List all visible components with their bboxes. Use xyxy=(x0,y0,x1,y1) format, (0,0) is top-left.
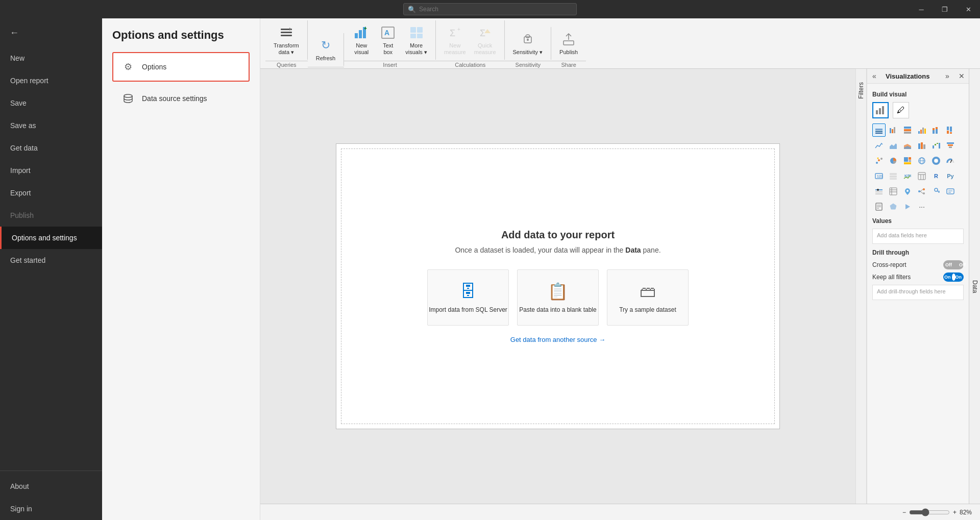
values-drop-area[interactable]: Add data fields here xyxy=(872,229,964,244)
sidebar-item-save[interactable]: Save xyxy=(0,92,102,114)
sidebar-item-open-report[interactable]: Open report xyxy=(0,69,102,92)
panel-close-button[interactable]: ✕ xyxy=(954,69,969,83)
viz-icon-decomposition-tree[interactable] xyxy=(915,185,928,198)
viz-icon-scatter[interactable] xyxy=(872,154,886,167)
sidebar-item-sign-in[interactable]: Sign in xyxy=(0,498,102,520)
viz-icon-funnel[interactable] xyxy=(944,139,957,152)
viz-icon-table[interactable] xyxy=(915,169,928,183)
keep-all-filters-toggle[interactable]: On xyxy=(943,273,964,282)
viz-icon-key-influencers[interactable] xyxy=(929,185,943,198)
viz-icon-stacked-bar-100[interactable] xyxy=(901,123,914,137)
new-visual-icon: + xyxy=(353,24,370,41)
build-visual-chart-button[interactable] xyxy=(872,102,889,118)
sensitivity-button[interactable]: Sensitivity ▾ xyxy=(510,29,546,58)
filters-tab[interactable]: Filters xyxy=(855,79,867,102)
restore-button[interactable]: ❐ xyxy=(933,0,957,18)
viz-icon-pie[interactable] xyxy=(887,154,900,167)
insert-group-label: Insert xyxy=(344,61,436,68)
viz-icon-map[interactable] xyxy=(915,154,928,167)
viz-icon-clustered-column[interactable] xyxy=(915,123,928,137)
svg-rect-13 xyxy=(410,34,416,38)
svg-rect-27 xyxy=(875,131,883,132)
viz-icon-azure-map[interactable] xyxy=(901,185,914,198)
zoom-slider[interactable] xyxy=(909,508,950,516)
back-button[interactable]: ← xyxy=(4,22,24,43)
viz-icon-card[interactable]: 123 xyxy=(872,169,886,183)
sidebar-item-import[interactable]: Import xyxy=(0,159,102,182)
sidebar-item-about[interactable]: About xyxy=(0,475,102,498)
search-input[interactable] xyxy=(419,6,572,13)
panel-body: Build visual 🖊 xyxy=(867,84,969,504)
ribbon: Transformdata ▾ Queries ↻ Re xyxy=(260,18,980,69)
viz-icon-slicer[interactable] xyxy=(872,185,886,198)
transform-data-button[interactable]: Transformdata ▾ xyxy=(271,22,302,58)
zoom-minus-icon[interactable]: − xyxy=(902,509,906,516)
viz-icon-line[interactable] xyxy=(872,139,886,152)
sidebar-item-save-as[interactable]: Save as xyxy=(0,114,102,137)
viz-icon-kpi[interactable]: KPI xyxy=(901,169,914,183)
data-tab[interactable]: Data xyxy=(969,69,980,504)
viz-icon-multirow-card[interactable] xyxy=(887,169,900,183)
viz-icon-clustered-bar[interactable] xyxy=(887,123,900,137)
viz-icon-waterfall[interactable] xyxy=(929,139,943,152)
build-visual-format-button[interactable]: 🖊 xyxy=(893,102,909,118)
viz-icon-treemap[interactable] xyxy=(901,154,914,167)
sidebar-item-options-and-settings[interactable]: Options and settings xyxy=(0,227,102,249)
svg-rect-2 xyxy=(281,32,292,33)
quick-measure-icon: Σ xyxy=(477,24,493,41)
svg-rect-59 xyxy=(949,146,952,148)
viz-icon-play-axis[interactable] xyxy=(901,200,914,213)
cross-report-toggle[interactable]: Off xyxy=(943,260,964,269)
text-box-button[interactable]: A Textbox xyxy=(376,22,400,58)
refresh-button[interactable]: ↻ Refresh xyxy=(313,35,339,64)
svg-rect-34 xyxy=(904,132,911,134)
viz-icon-matrix[interactable] xyxy=(887,185,900,198)
search-bar[interactable]: 🔍 xyxy=(403,3,577,15)
viz-icon-smart-narrative[interactable] xyxy=(944,185,957,198)
share-group-label: Share xyxy=(551,61,586,68)
svg-marker-110 xyxy=(905,204,910,209)
drill-through-drop-area[interactable]: Add drill-through fields here xyxy=(872,285,964,300)
viz-icon-line-stacked-area[interactable] xyxy=(901,139,914,152)
sidebar-item-new[interactable]: New xyxy=(0,47,102,69)
close-button[interactable]: ✕ xyxy=(957,0,980,18)
svg-rect-31 xyxy=(894,127,895,133)
viz-icon-more[interactable]: ··· xyxy=(915,200,928,213)
viz-icon-ribbon[interactable] xyxy=(915,139,928,152)
minimize-button[interactable]: ─ xyxy=(910,0,933,18)
svg-rect-14 xyxy=(417,34,423,38)
viz-row-4: 123 KPI R Py xyxy=(872,169,964,183)
keep-all-filters-row: Keep all filters On xyxy=(872,273,964,282)
sidebar-item-get-started[interactable]: Get started xyxy=(0,249,102,271)
viz-icon-shape-map[interactable] xyxy=(887,200,900,213)
ribbon-calculations-group: Σ+ Newmeasure Σ Quickmeasure xyxy=(436,20,505,68)
svg-rect-26 xyxy=(875,129,883,130)
viz-icon-r-visual[interactable]: R xyxy=(929,169,943,183)
panel-collapse-left-button[interactable]: « xyxy=(867,69,881,83)
options-label: Options xyxy=(142,63,166,71)
sensitivity-icon xyxy=(520,31,536,47)
viz-icon-gauge[interactable] xyxy=(944,154,957,167)
svg-rect-6 xyxy=(359,30,362,38)
svg-rect-50 xyxy=(918,143,920,149)
sidebar-item-export[interactable]: Export xyxy=(0,182,102,204)
zoom-plus-icon[interactable]: + xyxy=(953,509,957,516)
new-visual-button[interactable]: + Newvisual xyxy=(349,22,374,58)
viz-icon-donut[interactable] xyxy=(929,154,943,167)
viz-icon-stacked-column-100[interactable] xyxy=(944,123,957,137)
viz-icon-stacked-bar[interactable] xyxy=(872,123,886,137)
publish-ribbon-button[interactable]: Publish xyxy=(556,29,581,58)
sensitivity-group-label: Sensitivity xyxy=(505,61,552,68)
ribbon-sensitivity-group: Sensitivity ▾ Sensitivity xyxy=(505,27,552,68)
option-item-options[interactable]: ⚙ Options xyxy=(112,52,250,82)
sidebar-item-get-data[interactable]: Get data xyxy=(0,137,102,159)
sidebar-item-new-label: New xyxy=(10,54,24,62)
more-visuals-button[interactable]: Morevisuals ▾ xyxy=(402,22,430,58)
viz-icon-stacked-column[interactable] xyxy=(929,123,943,137)
viz-icon-python-visual[interactable]: Py xyxy=(944,169,957,183)
options-panel-title: Options and settings xyxy=(112,29,250,42)
panel-expand-right-button[interactable]: » xyxy=(940,69,954,83)
option-item-data-source[interactable]: Data source settings xyxy=(112,84,250,113)
viz-icon-area[interactable] xyxy=(887,139,900,152)
viz-icon-paginated-report[interactable] xyxy=(872,200,886,213)
